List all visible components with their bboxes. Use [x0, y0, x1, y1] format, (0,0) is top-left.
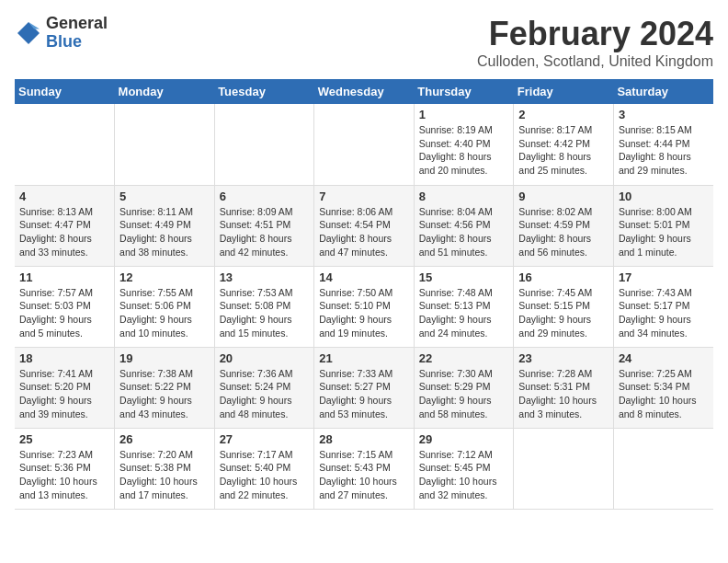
calendar-cell: 1Sunrise: 8:19 AM Sunset: 4:40 PM Daylig…	[414, 104, 514, 185]
day-info: Sunrise: 7:55 AM Sunset: 5:06 PM Dayligh…	[119, 286, 210, 340]
column-header-wednesday: Wednesday	[314, 79, 415, 104]
calendar-cell: 12Sunrise: 7:55 AM Sunset: 5:06 PM Dayli…	[115, 266, 215, 347]
day-info: Sunrise: 7:17 AM Sunset: 5:40 PM Dayligh…	[220, 448, 310, 502]
day-number: 4	[19, 190, 109, 203]
column-header-saturday: Saturday	[613, 79, 713, 104]
logo-icon	[15, 19, 42, 47]
day-info: Sunrise: 8:00 AM Sunset: 5:01 PM Dayligh…	[619, 205, 709, 259]
day-info: Sunrise: 8:17 AM Sunset: 4:42 PM Dayligh…	[518, 123, 609, 178]
day-number: 17	[619, 270, 709, 284]
calendar-cell: 6Sunrise: 8:09 AM Sunset: 4:51 PM Daylig…	[214, 185, 314, 266]
day-number: 11	[19, 270, 109, 284]
calendar-cell: 15Sunrise: 7:48 AM Sunset: 5:13 PM Dayli…	[414, 266, 514, 347]
day-number: 12	[119, 270, 210, 284]
calendar-cell	[314, 104, 415, 185]
day-number: 16	[518, 270, 609, 284]
week-row-2: 4Sunrise: 8:13 AM Sunset: 4:47 PM Daylig…	[15, 185, 713, 266]
calendar-cell: 7Sunrise: 8:06 AM Sunset: 4:54 PM Daylig…	[314, 185, 415, 266]
day-info: Sunrise: 8:09 AM Sunset: 4:51 PM Dayligh…	[220, 205, 310, 259]
day-number: 18	[19, 351, 109, 365]
week-row-3: 11Sunrise: 7:57 AM Sunset: 5:03 PM Dayli…	[15, 266, 713, 347]
calendar-cell: 16Sunrise: 7:45 AM Sunset: 5:15 PM Dayli…	[514, 266, 614, 347]
calendar-cell	[15, 104, 115, 185]
day-number: 3	[619, 108, 709, 121]
day-number: 9	[518, 190, 609, 203]
calendar-cell: 26Sunrise: 7:20 AM Sunset: 5:38 PM Dayli…	[115, 428, 215, 509]
day-number: 28	[319, 432, 409, 446]
day-info: Sunrise: 7:15 AM Sunset: 5:43 PM Dayligh…	[319, 448, 409, 502]
day-info: Sunrise: 8:15 AM Sunset: 4:44 PM Dayligh…	[619, 123, 709, 178]
calendar-cell: 9Sunrise: 8:02 AM Sunset: 4:59 PM Daylig…	[514, 185, 614, 266]
calendar-cell: 19Sunrise: 7:38 AM Sunset: 5:22 PM Dayli…	[115, 347, 215, 428]
day-info: Sunrise: 7:12 AM Sunset: 5:45 PM Dayligh…	[419, 448, 509, 502]
day-number: 15	[419, 270, 509, 284]
day-number: 2	[518, 108, 609, 121]
calendar-cell: 10Sunrise: 8:00 AM Sunset: 5:01 PM Dayli…	[613, 185, 713, 266]
day-info: Sunrise: 8:19 AM Sunset: 4:40 PM Dayligh…	[419, 123, 509, 178]
day-info: Sunrise: 8:04 AM Sunset: 4:56 PM Dayligh…	[419, 205, 509, 259]
day-info: Sunrise: 7:38 AM Sunset: 5:22 PM Dayligh…	[119, 367, 210, 421]
day-info: Sunrise: 8:06 AM Sunset: 4:54 PM Dayligh…	[319, 205, 409, 259]
column-header-monday: Monday	[115, 79, 215, 104]
calendar-cell: 8Sunrise: 8:04 AM Sunset: 4:56 PM Daylig…	[414, 185, 514, 266]
calendar-cell: 18Sunrise: 7:41 AM Sunset: 5:20 PM Dayli…	[15, 347, 115, 428]
day-info: Sunrise: 7:41 AM Sunset: 5:20 PM Dayligh…	[19, 367, 109, 421]
page-header: General Blue February 2024 Culloden, Sco…	[15, 15, 713, 70]
day-info: Sunrise: 7:36 AM Sunset: 5:24 PM Dayligh…	[220, 367, 310, 421]
column-header-friday: Friday	[514, 79, 614, 104]
svg-marker-0	[17, 22, 40, 44]
calendar-cell: 17Sunrise: 7:43 AM Sunset: 5:17 PM Dayli…	[613, 266, 713, 347]
day-number: 21	[319, 351, 409, 365]
calendar-cell	[115, 104, 215, 185]
calendar-cell: 28Sunrise: 7:15 AM Sunset: 5:43 PM Dayli…	[314, 428, 415, 509]
logo: General Blue	[15, 15, 108, 52]
day-number: 25	[19, 432, 109, 446]
calendar-cell: 22Sunrise: 7:30 AM Sunset: 5:29 PM Dayli…	[414, 347, 514, 428]
day-info: Sunrise: 7:45 AM Sunset: 5:15 PM Dayligh…	[518, 286, 609, 340]
week-row-4: 18Sunrise: 7:41 AM Sunset: 5:20 PM Dayli…	[15, 347, 713, 428]
column-header-sunday: Sunday	[15, 79, 115, 104]
week-row-1: 1Sunrise: 8:19 AM Sunset: 4:40 PM Daylig…	[15, 104, 713, 185]
calendar-table: SundayMondayTuesdayWednesdayThursdayFrid…	[15, 79, 713, 510]
week-row-5: 25Sunrise: 7:23 AM Sunset: 5:36 PM Dayli…	[15, 428, 713, 509]
calendar-cell: 14Sunrise: 7:50 AM Sunset: 5:10 PM Dayli…	[314, 266, 415, 347]
calendar-cell: 3Sunrise: 8:15 AM Sunset: 4:44 PM Daylig…	[613, 104, 713, 185]
header-row: SundayMondayTuesdayWednesdayThursdayFrid…	[15, 79, 713, 104]
logo-text: General Blue	[46, 15, 108, 52]
day-number: 22	[419, 351, 509, 365]
day-info: Sunrise: 8:02 AM Sunset: 4:59 PM Dayligh…	[518, 205, 609, 259]
calendar-cell	[214, 104, 314, 185]
day-number: 10	[619, 190, 709, 203]
calendar-cell: 24Sunrise: 7:25 AM Sunset: 5:34 PM Dayli…	[613, 347, 713, 428]
day-number: 7	[319, 190, 409, 203]
calendar-cell	[613, 428, 713, 509]
calendar-cell: 11Sunrise: 7:57 AM Sunset: 5:03 PM Dayli…	[15, 266, 115, 347]
day-info: Sunrise: 8:11 AM Sunset: 4:49 PM Dayligh…	[119, 205, 210, 259]
calendar-cell: 25Sunrise: 7:23 AM Sunset: 5:36 PM Dayli…	[15, 428, 115, 509]
day-number: 6	[220, 190, 310, 203]
day-number: 23	[518, 351, 609, 365]
day-info: Sunrise: 7:57 AM Sunset: 5:03 PM Dayligh…	[19, 286, 109, 340]
calendar-cell: 20Sunrise: 7:36 AM Sunset: 5:24 PM Dayli…	[214, 347, 314, 428]
calendar-cell: 23Sunrise: 7:28 AM Sunset: 5:31 PM Dayli…	[514, 347, 614, 428]
day-number: 5	[119, 190, 210, 203]
column-header-thursday: Thursday	[414, 79, 514, 104]
day-info: Sunrise: 7:30 AM Sunset: 5:29 PM Dayligh…	[419, 367, 509, 421]
day-number: 24	[619, 351, 709, 365]
day-info: Sunrise: 7:23 AM Sunset: 5:36 PM Dayligh…	[19, 448, 109, 502]
day-info: Sunrise: 8:13 AM Sunset: 4:47 PM Dayligh…	[19, 205, 109, 259]
column-header-tuesday: Tuesday	[214, 79, 314, 104]
day-info: Sunrise: 7:28 AM Sunset: 5:31 PM Dayligh…	[518, 367, 609, 421]
calendar-cell: 21Sunrise: 7:33 AM Sunset: 5:27 PM Dayli…	[314, 347, 415, 428]
day-info: Sunrise: 7:20 AM Sunset: 5:38 PM Dayligh…	[119, 448, 210, 502]
day-info: Sunrise: 7:48 AM Sunset: 5:13 PM Dayligh…	[419, 286, 509, 340]
calendar-cell: 2Sunrise: 8:17 AM Sunset: 4:42 PM Daylig…	[514, 104, 614, 185]
day-number: 20	[220, 351, 310, 365]
calendar-cell	[514, 428, 614, 509]
calendar-cell: 27Sunrise: 7:17 AM Sunset: 5:40 PM Dayli…	[214, 428, 314, 509]
day-info: Sunrise: 7:53 AM Sunset: 5:08 PM Dayligh…	[220, 286, 310, 340]
day-number: 26	[119, 432, 210, 446]
day-number: 19	[119, 351, 210, 365]
day-info: Sunrise: 7:43 AM Sunset: 5:17 PM Dayligh…	[619, 286, 709, 340]
day-number: 1	[419, 108, 509, 121]
